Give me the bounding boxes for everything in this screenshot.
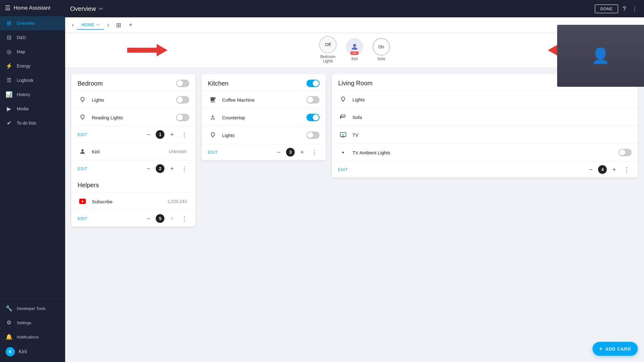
helpers-more[interactable]: ⋮ <box>179 214 189 223</box>
tab-add-button[interactable]: + <box>126 20 135 30</box>
bedroom-reading-lights-row: Reading Lights <box>71 108 195 126</box>
sidebar-item-media-label: Media <box>17 106 29 111</box>
kiril-value: Unknown <box>169 149 187 154</box>
kitchen-title: Kitchen <box>208 80 229 87</box>
bedroom-lights-toggle[interactable] <box>176 96 189 104</box>
kitchen-badge: 3 <box>286 148 295 157</box>
topbar-title-area: Overview ✏ <box>70 5 103 12</box>
sofa-circle[interactable]: On <box>373 38 390 55</box>
todo-icon: ✔ <box>6 120 12 126</box>
sidebar-item-media[interactable]: ▶ Media <box>0 102 65 116</box>
kitchen-plus[interactable]: + <box>298 148 306 157</box>
kitchen-edit[interactable]: EDIT <box>208 150 271 155</box>
living-room-more[interactable]: ⋮ <box>622 165 632 174</box>
tab-back-button[interactable]: ‹ <box>70 20 76 29</box>
sidebar-item-overview[interactable]: ⊞ Overview <box>0 16 65 30</box>
tv-ambient-toggle[interactable] <box>619 149 632 156</box>
coffee-machine-toggle[interactable] <box>306 96 320 104</box>
kitchen-lights-icon <box>208 130 218 140</box>
bedroom-footer-1: EDIT − 1 + ⋮ <box>71 126 195 143</box>
overview-icon: ⊞ <box>6 20 12 27</box>
video-feed: 👤 <box>557 25 644 87</box>
entity-pill-bedroom-lights[interactable]: Off BedroomLights <box>319 36 337 63</box>
right-arrow-icon <box>127 44 168 56</box>
helpers-edit[interactable]: EDIT <box>78 216 141 221</box>
countertop-icon <box>208 113 218 122</box>
living-room-minus[interactable]: − <box>587 166 595 174</box>
kitchen-lights-toggle[interactable] <box>306 131 320 139</box>
living-room-edit[interactable]: EDIT <box>338 167 584 172</box>
arrow-right-area <box>127 44 168 56</box>
living-room-card: Living Room Lights Sofa TV <box>332 74 638 178</box>
kitchen-minus[interactable]: − <box>275 148 283 157</box>
menu-icon[interactable]: ☰ <box>5 4 11 12</box>
sidebar-item-todo[interactable]: ✔ To-do lists <box>0 116 65 130</box>
helpers-minus[interactable]: − <box>145 214 152 223</box>
add-card-button[interactable]: + ADD CARD <box>593 342 638 356</box>
sidebar-item-overview-label: Overview <box>17 21 35 26</box>
living-lights-row: Lights <box>332 90 638 108</box>
bedroom-plus-1[interactable]: + <box>168 130 176 139</box>
sofa-name: Sofa <box>352 115 632 120</box>
sidebar-item-map[interactable]: ◎ Map <box>0 45 65 59</box>
bedroom-more-2[interactable]: ⋮ <box>179 164 189 173</box>
tab-grid-button[interactable]: ⊞ <box>114 20 124 30</box>
bedroom-edit-1[interactable]: EDIT <box>78 132 141 137</box>
logbook-icon: ☰ <box>6 77 12 84</box>
sidebar-item-history[interactable]: 📊 History <box>0 87 65 102</box>
bedroom-lights-row: Lights <box>71 91 195 108</box>
bedroom-lights-circle[interactable]: Off <box>319 36 337 53</box>
user-name: Kiril <box>19 349 27 355</box>
helpers-plus[interactable]: + <box>168 214 176 223</box>
tab-home[interactable]: HOME ✏ <box>77 20 104 30</box>
entity-pill-sofa[interactable]: On Sofa <box>373 38 390 61</box>
living-room-footer: EDIT − 4 + ⋮ <box>332 161 638 178</box>
help-button[interactable]: ? <box>621 4 627 14</box>
bedroom-minus-2[interactable]: − <box>145 165 152 173</box>
bedroom-edit-2[interactable]: EDIT <box>78 166 141 171</box>
add-card-label: ADD CARD <box>605 347 631 351</box>
entity-pill-kiril[interactable]: UNK Kiril <box>346 38 363 61</box>
sidebar-item-logbook[interactable]: ☰ Logbook <box>0 73 65 87</box>
bedroom-card-header: Bedroom <box>71 74 195 91</box>
bedroom-badge-1: 1 <box>156 130 164 139</box>
kitchen-lights-row: Lights <box>202 126 326 144</box>
sidebar-item-devtools[interactable]: 🔧 Developer Tools <box>0 301 65 316</box>
countertop-toggle[interactable] <box>306 114 320 121</box>
svg-marker-0 <box>127 44 168 56</box>
page-title: Overview <box>70 5 96 12</box>
edit-pencil-icon[interactable]: ✏ <box>99 6 103 12</box>
user-item[interactable]: K Kiril <box>0 344 65 360</box>
ambient-light-icon <box>338 148 348 157</box>
sidebar-item-notifications[interactable]: 🔔 Notifications <box>0 330 65 344</box>
coffee-machine-icon <box>208 95 218 105</box>
bedroom-reading-lights-icon <box>78 113 87 122</box>
bedroom-room-toggle[interactable] <box>176 80 189 87</box>
bedroom-plus-2[interactable]: + <box>168 165 176 173</box>
subscribe-name: Subscribe <box>92 199 168 204</box>
media-icon: ▶ <box>6 105 12 112</box>
bedroom-more-1[interactable]: ⋮ <box>179 130 189 139</box>
sidebar-item-todo-label: To-do lists <box>17 121 36 126</box>
kitchen-room-toggle[interactable] <box>306 80 320 87</box>
tab-edit-icon[interactable]: ✏ <box>96 22 100 27</box>
bedroom-footer-2: EDIT − 2 + ⋮ <box>71 160 195 177</box>
living-lights-icon <box>338 95 348 104</box>
countertop-row: Countertop <box>202 108 326 126</box>
video-overlay: 👤 <box>557 25 644 87</box>
done-button[interactable]: DONE <box>595 4 618 13</box>
living-room-plus[interactable]: + <box>610 166 618 174</box>
more-options-button[interactable]: ⋮ <box>630 4 639 14</box>
sofa-icon <box>338 112 348 122</box>
kitchen-card: Kitchen Coffee Machine Countertop <box>202 74 326 160</box>
kitchen-more[interactable]: ⋮ <box>310 148 320 157</box>
sidebar-item-energy[interactable]: ⚡ Energy <box>0 59 65 73</box>
bedroom-minus-1[interactable]: − <box>145 130 152 139</box>
sidebar-item-dnd[interactable]: ⊟ D&D <box>0 30 65 45</box>
bedroom-lights-label: BedroomLights <box>320 55 336 63</box>
tab-forward-button[interactable]: › <box>105 20 111 29</box>
kiril-circle[interactable]: UNK <box>346 38 363 55</box>
bedroom-reading-lights-toggle[interactable] <box>176 114 189 121</box>
kitchen-card-header: Kitchen <box>202 74 326 91</box>
sidebar-item-settings[interactable]: ⚙ Settings <box>0 316 65 330</box>
